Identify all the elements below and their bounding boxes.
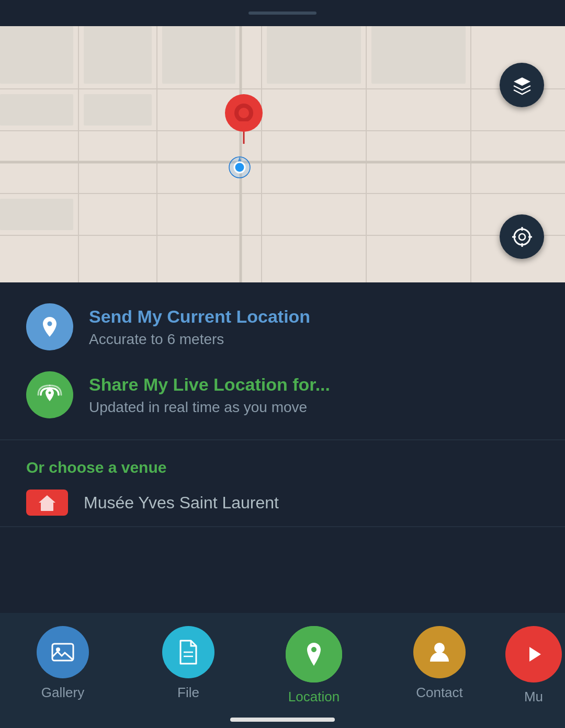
svg-rect-34 xyxy=(41,503,53,511)
venue-item[interactable]: Musée Yves Saint Laurent xyxy=(26,490,539,516)
send-location-section: Send My Current Location Accurate to 6 m… xyxy=(0,282,565,440)
live-location-title: Share My Live Location for... xyxy=(89,374,539,395)
map-background xyxy=(0,26,565,282)
location-dot-svg xyxy=(228,156,251,179)
location-label: Location xyxy=(288,689,340,705)
svg-rect-18 xyxy=(84,94,152,126)
layers-icon xyxy=(512,75,532,95)
nav-item-music-partial[interactable]: Mu xyxy=(502,626,565,705)
bottom-nav: Gallery File Locati xyxy=(0,613,565,728)
svg-rect-12 xyxy=(0,26,73,84)
status-bar xyxy=(0,0,565,26)
gps-icon xyxy=(512,227,532,247)
current-location-title: Send My Current Location xyxy=(89,306,539,327)
svg-rect-15 xyxy=(267,26,361,84)
music-icon xyxy=(521,642,546,667)
file-label: File xyxy=(177,685,199,701)
pin-svg xyxy=(225,94,263,146)
nav-item-file[interactable]: File xyxy=(126,626,251,701)
svg-rect-14 xyxy=(162,26,235,84)
map-area[interactable] xyxy=(0,26,565,282)
nav-item-location[interactable]: Location xyxy=(251,626,377,705)
svg-point-22 xyxy=(239,108,249,118)
venue-heading: Or choose a venue xyxy=(26,459,539,476)
gallery-label: Gallery xyxy=(41,685,84,701)
pin-icon xyxy=(38,315,62,339)
venue-section: Or choose a venue Musée Yves Saint Laure… xyxy=(0,440,565,527)
live-location-text-block: Share My Live Location for... Updated in… xyxy=(89,374,539,416)
svg-rect-13 xyxy=(84,26,152,84)
gps-button[interactable] xyxy=(500,214,544,259)
bottom-panel: Send My Current Location Accurate to 6 m… xyxy=(0,282,565,728)
svg-point-37 xyxy=(56,647,60,652)
gallery-icon xyxy=(49,639,76,666)
send-current-location-item[interactable]: Send My Current Location Accurate to 6 m… xyxy=(26,303,539,350)
live-location-icon-circle xyxy=(26,371,73,418)
live-location-icon xyxy=(37,382,63,408)
home-indicator xyxy=(230,718,335,722)
venue-name: Musée Yves Saint Laurent xyxy=(84,493,279,513)
svg-point-40 xyxy=(434,643,445,653)
gallery-icon-circle xyxy=(37,626,89,678)
svg-marker-35 xyxy=(39,495,55,503)
layers-button[interactable] xyxy=(500,63,544,107)
map-pin xyxy=(225,94,263,146)
live-location-subtitle: Updated in real time as you move xyxy=(89,399,539,416)
current-location-subtitle: Accurate to 6 meters xyxy=(89,331,539,348)
svg-point-28 xyxy=(514,229,530,245)
current-location-dot xyxy=(228,156,249,177)
nav-item-contact[interactable]: Contact xyxy=(377,626,502,701)
svg-rect-17 xyxy=(0,94,73,126)
current-location-icon-circle xyxy=(26,303,73,350)
contact-label: Contact xyxy=(416,685,463,701)
contact-icon xyxy=(426,639,453,666)
svg-point-29 xyxy=(519,234,525,240)
status-bar-pill xyxy=(248,12,317,15)
venue-thumbnail xyxy=(26,490,68,516)
svg-marker-41 xyxy=(529,647,541,662)
contact-icon-circle xyxy=(413,626,466,678)
svg-point-27 xyxy=(234,162,245,173)
location-icon-circle xyxy=(286,626,342,682)
svg-rect-16 xyxy=(371,26,466,84)
music-icon-circle xyxy=(505,626,562,682)
svg-rect-19 xyxy=(0,199,73,230)
file-icon xyxy=(175,639,201,666)
share-live-location-item[interactable]: Share My Live Location for... Updated in… xyxy=(26,371,539,418)
music-label: Mu xyxy=(524,689,543,705)
current-location-text-block: Send My Current Location Accurate to 6 m… xyxy=(89,306,539,348)
file-icon-circle xyxy=(162,626,214,678)
venue-icon xyxy=(37,492,58,513)
nav-item-gallery[interactable]: Gallery xyxy=(0,626,126,701)
